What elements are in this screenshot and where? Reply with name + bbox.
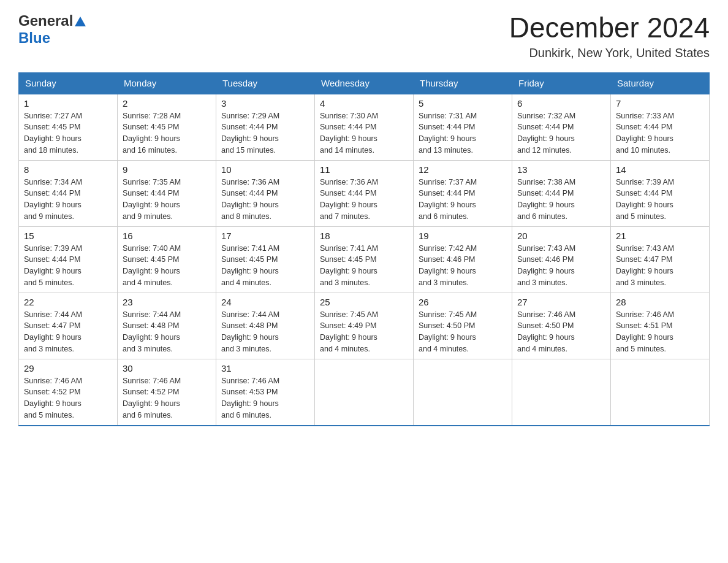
day-info: Sunrise: 7:36 AM Sunset: 4:44 PM Dayligh… bbox=[320, 177, 408, 223]
day-info: Sunrise: 7:40 AM Sunset: 4:45 PM Dayligh… bbox=[123, 243, 211, 289]
calendar-day-cell: 25 Sunrise: 7:45 AM Sunset: 4:49 PM Dayl… bbox=[315, 293, 414, 359]
calendar-day-cell: 11 Sunrise: 7:36 AM Sunset: 4:44 PM Dayl… bbox=[315, 160, 414, 226]
col-sunday: Sunday bbox=[19, 72, 118, 94]
calendar-day-cell: 15 Sunrise: 7:39 AM Sunset: 4:44 PM Dayl… bbox=[19, 226, 118, 293]
day-number: 15 bbox=[24, 231, 112, 241]
day-info: Sunrise: 7:45 AM Sunset: 4:50 PM Dayligh… bbox=[419, 309, 507, 355]
day-number: 5 bbox=[419, 98, 507, 109]
day-number: 4 bbox=[320, 98, 408, 109]
calendar-day-cell bbox=[512, 359, 611, 426]
calendar-day-cell: 8 Sunrise: 7:34 AM Sunset: 4:44 PM Dayli… bbox=[19, 160, 118, 226]
day-info: Sunrise: 7:44 AM Sunset: 4:47 PM Dayligh… bbox=[24, 309, 112, 355]
day-info: Sunrise: 7:38 AM Sunset: 4:44 PM Dayligh… bbox=[517, 177, 605, 223]
day-number: 24 bbox=[221, 297, 309, 307]
day-number: 2 bbox=[123, 98, 211, 109]
calendar-week-row: 22 Sunrise: 7:44 AM Sunset: 4:47 PM Dayl… bbox=[19, 293, 710, 359]
calendar-day-cell: 3 Sunrise: 7:29 AM Sunset: 4:44 PM Dayli… bbox=[216, 94, 315, 161]
calendar-subtitle: Dunkirk, New York, United States bbox=[509, 46, 710, 60]
day-info: Sunrise: 7:43 AM Sunset: 4:47 PM Dayligh… bbox=[616, 243, 704, 289]
day-number: 10 bbox=[221, 164, 309, 175]
day-info: Sunrise: 7:30 AM Sunset: 4:44 PM Dayligh… bbox=[320, 110, 408, 156]
day-number: 19 bbox=[419, 231, 507, 241]
calendar-day-cell: 4 Sunrise: 7:30 AM Sunset: 4:44 PM Dayli… bbox=[315, 94, 414, 161]
day-number: 22 bbox=[24, 297, 112, 307]
calendar-day-cell: 30 Sunrise: 7:46 AM Sunset: 4:52 PM Dayl… bbox=[118, 359, 216, 426]
calendar-main-title: December 2024 bbox=[509, 12, 710, 44]
calendar-day-cell: 23 Sunrise: 7:44 AM Sunset: 4:48 PM Dayl… bbox=[118, 293, 216, 359]
logo-triangle-icon bbox=[75, 17, 86, 26]
calendar-day-cell: 6 Sunrise: 7:32 AM Sunset: 4:44 PM Dayli… bbox=[512, 94, 611, 161]
day-number: 3 bbox=[221, 98, 309, 109]
day-info: Sunrise: 7:43 AM Sunset: 4:46 PM Dayligh… bbox=[517, 243, 605, 289]
logo-general-text: General bbox=[18, 12, 73, 29]
calendar-day-cell: 9 Sunrise: 7:35 AM Sunset: 4:44 PM Dayli… bbox=[118, 160, 216, 226]
calendar-day-cell: 14 Sunrise: 7:39 AM Sunset: 4:44 PM Dayl… bbox=[611, 160, 710, 226]
day-info: Sunrise: 7:44 AM Sunset: 4:48 PM Dayligh… bbox=[123, 309, 211, 355]
day-info: Sunrise: 7:42 AM Sunset: 4:46 PM Dayligh… bbox=[419, 243, 507, 289]
calendar-week-row: 29 Sunrise: 7:46 AM Sunset: 4:52 PM Dayl… bbox=[19, 359, 710, 426]
col-monday: Monday bbox=[118, 72, 216, 94]
day-info: Sunrise: 7:35 AM Sunset: 4:44 PM Dayligh… bbox=[123, 177, 211, 223]
col-friday: Friday bbox=[512, 72, 611, 94]
day-number: 14 bbox=[616, 164, 704, 175]
calendar-week-row: 1 Sunrise: 7:27 AM Sunset: 4:45 PM Dayli… bbox=[19, 94, 710, 161]
day-info: Sunrise: 7:41 AM Sunset: 4:45 PM Dayligh… bbox=[320, 243, 408, 289]
day-info: Sunrise: 7:33 AM Sunset: 4:44 PM Dayligh… bbox=[616, 110, 704, 156]
day-info: Sunrise: 7:46 AM Sunset: 4:53 PM Dayligh… bbox=[221, 375, 309, 421]
day-info: Sunrise: 7:44 AM Sunset: 4:48 PM Dayligh… bbox=[221, 309, 309, 355]
page-header: General Blue December 2024 Dunkirk, New … bbox=[18, 12, 710, 60]
calendar-day-cell: 27 Sunrise: 7:46 AM Sunset: 4:50 PM Dayl… bbox=[512, 293, 611, 359]
logo: General Blue bbox=[18, 12, 86, 47]
calendar-day-cell: 10 Sunrise: 7:36 AM Sunset: 4:44 PM Dayl… bbox=[216, 160, 315, 226]
calendar-day-cell bbox=[414, 359, 512, 426]
calendar-day-cell: 12 Sunrise: 7:37 AM Sunset: 4:44 PM Dayl… bbox=[414, 160, 512, 226]
day-number: 25 bbox=[320, 297, 408, 307]
calendar-header-row: Sunday Monday Tuesday Wednesday Thursday… bbox=[19, 72, 710, 94]
calendar-title-area: December 2024 Dunkirk, New York, United … bbox=[509, 12, 710, 60]
day-number: 29 bbox=[24, 363, 112, 373]
day-number: 6 bbox=[517, 98, 605, 109]
day-info: Sunrise: 7:41 AM Sunset: 4:45 PM Dayligh… bbox=[221, 243, 309, 289]
day-info: Sunrise: 7:39 AM Sunset: 4:44 PM Dayligh… bbox=[616, 177, 704, 223]
day-number: 23 bbox=[123, 297, 211, 307]
calendar-day-cell: 19 Sunrise: 7:42 AM Sunset: 4:46 PM Dayl… bbox=[414, 226, 512, 293]
day-info: Sunrise: 7:31 AM Sunset: 4:44 PM Dayligh… bbox=[419, 110, 507, 156]
calendar-day-cell: 13 Sunrise: 7:38 AM Sunset: 4:44 PM Dayl… bbox=[512, 160, 611, 226]
calendar-day-cell: 20 Sunrise: 7:43 AM Sunset: 4:46 PM Dayl… bbox=[512, 226, 611, 293]
calendar-day-cell bbox=[611, 359, 710, 426]
calendar-day-cell: 1 Sunrise: 7:27 AM Sunset: 4:45 PM Dayli… bbox=[19, 94, 118, 161]
day-number: 7 bbox=[616, 98, 704, 109]
day-number: 13 bbox=[517, 164, 605, 175]
calendar-day-cell: 29 Sunrise: 7:46 AM Sunset: 4:52 PM Dayl… bbox=[19, 359, 118, 426]
day-number: 16 bbox=[123, 231, 211, 241]
calendar-day-cell: 5 Sunrise: 7:31 AM Sunset: 4:44 PM Dayli… bbox=[414, 94, 512, 161]
calendar-day-cell: 17 Sunrise: 7:41 AM Sunset: 4:45 PM Dayl… bbox=[216, 226, 315, 293]
day-number: 21 bbox=[616, 231, 704, 241]
col-tuesday: Tuesday bbox=[216, 72, 315, 94]
calendar-week-row: 15 Sunrise: 7:39 AM Sunset: 4:44 PM Dayl… bbox=[19, 226, 710, 293]
day-info: Sunrise: 7:39 AM Sunset: 4:44 PM Dayligh… bbox=[24, 243, 112, 289]
day-number: 17 bbox=[221, 231, 309, 241]
day-number: 8 bbox=[24, 164, 112, 175]
calendar-day-cell: 28 Sunrise: 7:46 AM Sunset: 4:51 PM Dayl… bbox=[611, 293, 710, 359]
day-number: 9 bbox=[123, 164, 211, 175]
day-info: Sunrise: 7:46 AM Sunset: 4:51 PM Dayligh… bbox=[616, 309, 704, 355]
col-wednesday: Wednesday bbox=[315, 72, 414, 94]
day-number: 31 bbox=[221, 363, 309, 373]
day-info: Sunrise: 7:29 AM Sunset: 4:44 PM Dayligh… bbox=[221, 110, 309, 156]
day-info: Sunrise: 7:46 AM Sunset: 4:50 PM Dayligh… bbox=[517, 309, 605, 355]
calendar-day-cell: 22 Sunrise: 7:44 AM Sunset: 4:47 PM Dayl… bbox=[19, 293, 118, 359]
day-info: Sunrise: 7:32 AM Sunset: 4:44 PM Dayligh… bbox=[517, 110, 605, 156]
day-number: 11 bbox=[320, 164, 408, 175]
calendar-day-cell: 21 Sunrise: 7:43 AM Sunset: 4:47 PM Dayl… bbox=[611, 226, 710, 293]
calendar-day-cell bbox=[315, 359, 414, 426]
calendar-day-cell: 26 Sunrise: 7:45 AM Sunset: 4:50 PM Dayl… bbox=[414, 293, 512, 359]
calendar-table: Sunday Monday Tuesday Wednesday Thursday… bbox=[18, 72, 710, 426]
day-number: 28 bbox=[616, 297, 704, 307]
day-info: Sunrise: 7:27 AM Sunset: 4:45 PM Dayligh… bbox=[24, 110, 112, 156]
day-info: Sunrise: 7:46 AM Sunset: 4:52 PM Dayligh… bbox=[24, 375, 112, 421]
calendar-day-cell: 16 Sunrise: 7:40 AM Sunset: 4:45 PM Dayl… bbox=[118, 226, 216, 293]
calendar-day-cell: 24 Sunrise: 7:44 AM Sunset: 4:48 PM Dayl… bbox=[216, 293, 315, 359]
day-number: 1 bbox=[24, 98, 112, 109]
day-number: 26 bbox=[419, 297, 507, 307]
